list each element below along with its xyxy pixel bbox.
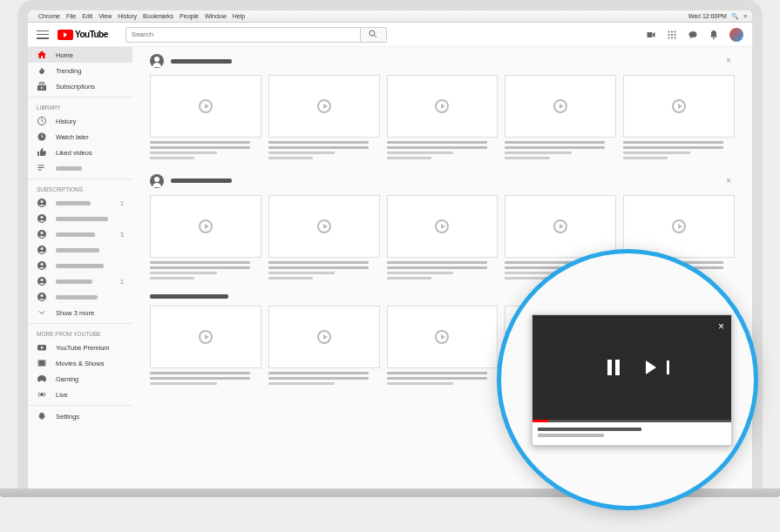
mac-menu-bar: Chrome File Edit View History Bookmarks … [28, 10, 752, 23]
gaming-icon [37, 374, 47, 384]
sidebar-sub-channel[interactable] [28, 211, 132, 226]
video-card[interactable] [387, 195, 499, 282]
close-icon[interactable]: × [718, 320, 724, 333]
play-icon [199, 219, 213, 233]
pip-video-area[interactable]: × [532, 315, 731, 420]
apps-icon[interactable] [667, 30, 677, 40]
search-input[interactable] [125, 27, 361, 43]
svg-point-4 [668, 30, 670, 32]
close-icon[interactable]: × [726, 177, 735, 185]
mac-menu-bookmarks[interactable]: Bookmarks [143, 13, 173, 19]
pause-button[interactable] [607, 360, 620, 375]
video-card[interactable] [387, 306, 499, 387]
channel-avatar-icon [37, 276, 47, 286]
mac-menu-help[interactable]: Help [233, 13, 245, 19]
sidebar-show-more[interactable]: Show 3 more [28, 305, 132, 320]
sidebar-item-label: Liked videos [56, 149, 92, 157]
sidebar-item-gaming[interactable]: Gaming [28, 371, 132, 387]
create-video-icon[interactable] [646, 30, 656, 40]
channel-avatar-icon [37, 245, 47, 255]
svg-rect-22 [38, 165, 44, 166]
video-thumbnail [387, 75, 499, 138]
video-card[interactable] [505, 75, 616, 162]
pip-progress-bar[interactable] [532, 420, 731, 422]
svg-point-32 [41, 247, 44, 250]
sidebar-item-label: Watch later [56, 133, 89, 141]
sidebar-sub-channel[interactable] [28, 289, 132, 305]
channel-avatar-icon [37, 260, 47, 271]
sidebar-item-label [56, 166, 82, 171]
svg-marker-3 [653, 32, 655, 37]
video-thumbnail [505, 75, 616, 138]
sidebar-library-header: LIBRARY [28, 100, 132, 113]
svg-rect-42 [38, 360, 40, 367]
mac-menu-icon[interactable]: ≡ [743, 13, 747, 19]
video-card[interactable] [150, 195, 261, 282]
messages-icon[interactable] [688, 30, 698, 40]
video-card[interactable] [268, 75, 380, 162]
pip-magnifier: × [497, 249, 758, 510]
youtube-logo[interactable]: YouTube [58, 30, 108, 40]
mac-menu-file[interactable]: File [66, 13, 76, 19]
video-card[interactable] [150, 75, 261, 162]
youtube-icon [37, 342, 47, 353]
sidebar-item-movies[interactable]: Movies & Shows [28, 355, 132, 371]
pip-player[interactable]: × [532, 314, 732, 446]
video-thumbnail [505, 195, 616, 258]
mac-menu-edit[interactable]: Edit [82, 13, 92, 19]
pip-metadata [532, 422, 731, 445]
sidebar-sub-channel[interactable]: 3 [28, 226, 132, 242]
play-icon [317, 99, 331, 113]
shelf-title [171, 59, 232, 64]
video-thumbnail [268, 306, 380, 368]
sidebar-item-settings[interactable]: Settings [28, 408, 132, 424]
video-card[interactable] [268, 195, 380, 282]
video-card[interactable] [268, 306, 380, 387]
svg-point-12 [675, 37, 676, 38]
sidebar-sub-channel[interactable] [28, 258, 132, 273]
video-thumbnail [150, 195, 261, 258]
video-thumbnail [150, 75, 261, 138]
hamburger-icon[interactable] [37, 30, 49, 39]
channel-avatar-icon[interactable] [150, 54, 164, 68]
sidebar-item-liked[interactable]: Liked videos [28, 145, 132, 160]
video-thumbnail [387, 195, 499, 258]
video-thumbnail [150, 306, 261, 368]
video-card[interactable] [623, 75, 735, 162]
sidebar-item-history[interactable]: History [28, 113, 132, 129]
sidebar-item-trending[interactable]: Trending [28, 63, 132, 78]
mac-menu-view[interactable]: View [98, 13, 112, 19]
sidebar-item-watch-later[interactable]: Watch later [28, 129, 132, 145]
sidebar-sub-channel[interactable]: 1 [28, 195, 132, 211]
close-icon[interactable]: × [726, 57, 735, 65]
youtube-play-icon [58, 30, 73, 40]
sidebar-more-header: MORE FROM YOUTUBE [28, 327, 132, 340]
next-button[interactable] [646, 360, 656, 374]
channel-avatar-icon[interactable] [150, 174, 164, 188]
search-button[interactable] [361, 27, 387, 43]
user-avatar[interactable] [729, 28, 743, 42]
svg-point-34 [41, 263, 44, 266]
mac-search-icon[interactable]: 🔍 [731, 13, 739, 20]
svg-rect-2 [648, 32, 653, 37]
notifications-icon[interactable] [709, 30, 719, 40]
video-card[interactable] [150, 306, 261, 387]
sidebar-item-premium[interactable]: YouTube Premium [28, 340, 132, 355]
mac-menu-people[interactable]: People [180, 13, 199, 19]
sidebar-item-label: Live [56, 391, 68, 399]
sidebar-sub-channel[interactable]: 1 [28, 273, 132, 289]
mac-menu-history[interactable]: History [118, 13, 137, 19]
mac-clock: Wed 12:00PM [688, 13, 727, 19]
mac-menu-window[interactable]: Window [205, 13, 227, 19]
sidebar-item-playlist[interactable] [28, 160, 132, 176]
video-thumbnail [623, 195, 735, 258]
sidebar-item-label: Trending [56, 67, 81, 75]
sidebar-item-subscriptions[interactable]: Subscriptions [28, 78, 132, 94]
sidebar-item-home[interactable]: Home [28, 47, 132, 63]
video-card[interactable] [387, 75, 499, 162]
mac-menu-chrome[interactable]: Chrome [38, 13, 60, 19]
svg-point-13 [689, 31, 697, 37]
sidebar-item-live[interactable]: Live [28, 387, 132, 402]
play-icon [553, 219, 567, 233]
sidebar-sub-channel[interactable] [28, 242, 132, 258]
